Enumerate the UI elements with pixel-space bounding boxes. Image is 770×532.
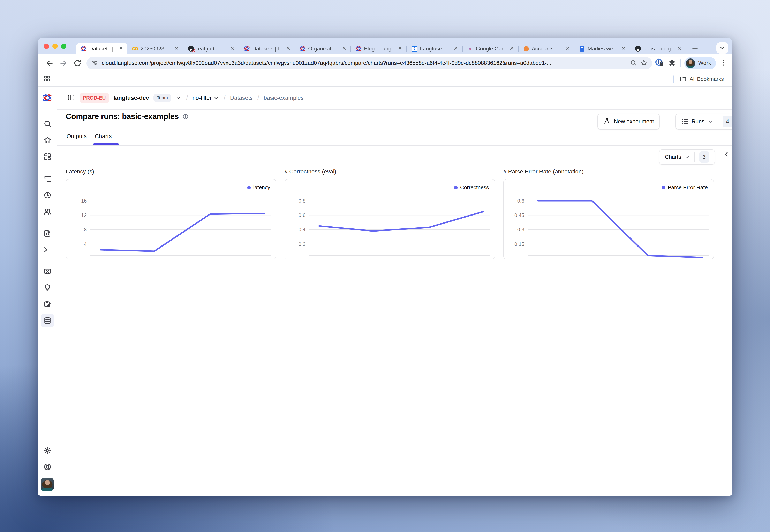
profile-chip[interactable]: Work (684, 57, 716, 69)
sidebar-item-datasets[interactable] (41, 314, 54, 327)
sidebar-item-annotation[interactable] (43, 300, 52, 308)
colab-icon: CO (132, 46, 138, 52)
collapse-panel-icon[interactable] (723, 151, 730, 159)
sidebar-item-settings[interactable] (43, 446, 52, 455)
sidebar-item-home[interactable] (43, 136, 52, 144)
password-manager-icon[interactable] (655, 58, 664, 68)
langfuse-icon (300, 46, 306, 52)
chart-correctness: # Correctness (eval) Correctness 0.80.60… (285, 168, 495, 259)
all-bookmarks-button[interactable]: All Bookmarks (679, 75, 727, 83)
profile-name: Work (698, 60, 711, 66)
zoom-page-icon[interactable] (630, 59, 637, 67)
browser-menu-icon[interactable] (720, 59, 728, 68)
sidebar-item-tracing[interactable] (43, 174, 52, 183)
langfuse-logo-icon[interactable] (42, 93, 52, 103)
prompts-icon (43, 229, 52, 237)
sidebar-item-search[interactable] (43, 119, 52, 128)
tab-close-icon[interactable] (286, 46, 291, 52)
charts-selector-button[interactable]: Charts 3 (659, 149, 715, 165)
svg-text:0.6: 0.6 (299, 212, 306, 218)
langfuse-icon (244, 46, 250, 52)
tab-search-button[interactable] (716, 42, 728, 54)
chart-title: # Parse Error Rate (annotation) (503, 168, 714, 175)
user-avatar[interactable] (41, 478, 54, 491)
right-panel-divider (718, 146, 718, 495)
reload-button[interactable] (70, 59, 84, 67)
org-switcher-chevron-icon[interactable] (176, 95, 181, 101)
tab-close-icon[interactable] (118, 46, 124, 52)
chart-latency: Latency (s) latency 161284 (66, 168, 276, 259)
chevron-down-icon (213, 95, 219, 101)
main-area: PROD-EU langfuse-dev Team / no-filter / … (57, 87, 732, 495)
tab-close-icon[interactable] (621, 46, 626, 52)
new-tab-button[interactable] (691, 44, 699, 53)
window-controls (44, 44, 66, 49)
tab-close-icon[interactable] (565, 46, 570, 52)
svg-text:0.8: 0.8 (299, 198, 306, 204)
tab-close-icon[interactable] (509, 46, 514, 52)
maximize-window-button[interactable] (61, 44, 66, 49)
minimize-window-button[interactable] (52, 44, 58, 49)
apps-grid-icon[interactable] (43, 75, 51, 83)
url-bar[interactable]: cloud.langfuse.com/project/cmfwgv8fx002o… (86, 57, 652, 69)
bookmark-star-icon[interactable] (640, 59, 648, 67)
browser-tab[interactable]: docs: add g (630, 43, 686, 54)
tab-close-icon[interactable] (230, 46, 235, 52)
browser-tab[interactable]: Marlies we (574, 43, 630, 54)
project-switcher[interactable]: no-filter (192, 95, 219, 101)
browser-tab[interactable]: 6Langfuse - (407, 43, 462, 54)
github-icon (635, 46, 641, 52)
datasets-icon (43, 316, 52, 325)
sidebar-item-insights[interactable] (43, 283, 52, 292)
browser-tab[interactable]: Blog - Lang (351, 43, 406, 54)
annotation-icon (43, 300, 52, 308)
browser-tab[interactable]: Organizatio (295, 43, 351, 54)
browser-tab[interactable]: Datasets | L (76, 43, 127, 54)
info-icon[interactable] (182, 114, 188, 120)
sidebar-item-sessions[interactable] (43, 191, 52, 199)
env-badge: PROD-EU (80, 93, 109, 103)
sidebar-item-evaluation[interactable] (43, 267, 52, 276)
sidebar-item-prompts[interactable] (43, 229, 52, 238)
tab-close-icon[interactable] (341, 46, 347, 52)
sidebar-item-support[interactable] (43, 463, 52, 471)
sidebar-item-playground[interactable] (43, 245, 52, 254)
back-button[interactable] (42, 59, 56, 67)
site-settings-icon[interactable] (91, 59, 98, 67)
browser-tab[interactable]: ✕feat(io-tabl (183, 43, 239, 54)
tab-close-icon[interactable] (174, 46, 179, 52)
forward-button[interactable] (56, 59, 70, 67)
runs-selector-button[interactable]: Runs 4 (676, 114, 732, 130)
home-icon (43, 136, 52, 144)
tab-outputs[interactable]: Outputs (67, 133, 87, 140)
support-icon (43, 463, 52, 471)
organization-name[interactable]: langfuse-dev (114, 95, 149, 101)
line-chart[interactable]: 0.80.60.40.2 (285, 179, 495, 259)
tab-close-icon[interactable] (397, 46, 403, 52)
sidebar-item-users[interactable] (43, 207, 52, 216)
new-experiment-button[interactable]: New experiment (598, 114, 660, 130)
line-chart[interactable]: 0.60.450.30.15 (504, 179, 714, 259)
browser-tab[interactable]: CO20250923 (127, 43, 183, 54)
breadcrumb-datasets-link[interactable]: Datasets (230, 95, 253, 101)
browser-tab[interactable]: Datasets | L (239, 43, 295, 54)
browser-tab[interactable]: Accounts | (518, 43, 574, 54)
browser-toolbar: cloud.langfuse.com/project/cmfwgv8fx002o… (38, 54, 732, 72)
close-window-button[interactable] (44, 44, 49, 49)
gemini-icon: ✦ (467, 46, 473, 52)
charts-count-badge: 3 (699, 151, 709, 163)
extensions-puzzle-icon[interactable] (668, 58, 676, 68)
tab-close-icon[interactable] (453, 46, 458, 52)
line-chart[interactable]: 161284 (66, 179, 276, 259)
gcal-icon: 6 (411, 46, 417, 52)
tab-close-icon[interactable] (677, 46, 682, 52)
panel-toggle-icon[interactable] (67, 93, 75, 102)
chart-title: Latency (s) (66, 168, 276, 175)
url-text[interactable]: cloud.langfuse.com/project/cmfwgv8fx002o… (102, 60, 627, 66)
tab-charts[interactable]: Charts (95, 133, 111, 140)
browser-tab[interactable]: ✦Google Ger (463, 43, 518, 54)
breadcrumb-dataset-name[interactable]: basic-examples (264, 95, 304, 101)
evaluation-icon (43, 267, 52, 275)
sidebar-item-dashboards[interactable] (43, 152, 52, 161)
profile-avatar (686, 58, 695, 68)
